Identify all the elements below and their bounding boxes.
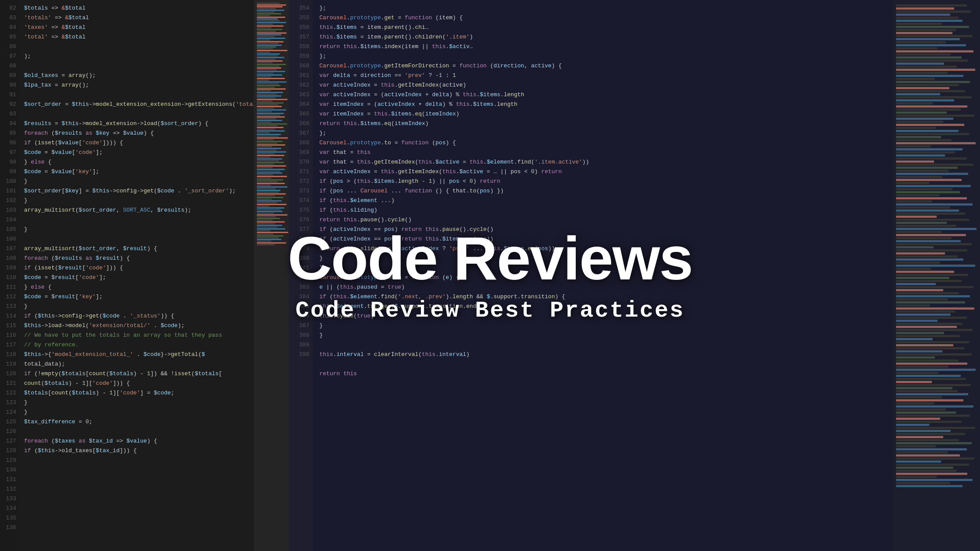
code-line: this.$items = item.parent().children('.i… bbox=[319, 32, 886, 42]
code-line: if (isset($value['code']))) { bbox=[24, 138, 249, 148]
right-code-content: }; Carousel.prototype.get = function (it… bbox=[313, 3, 892, 379]
code-line: } bbox=[319, 331, 886, 340]
code-line: $totals[count($totals) - 1]['code'] = $c… bbox=[24, 388, 249, 398]
code-line: var itemIndex = (activeIndex + delta) % … bbox=[319, 100, 886, 109]
code-line: } bbox=[24, 398, 249, 408]
code-line: var activeIndex = this.getItemIndex(this… bbox=[319, 167, 886, 177]
code-line: array_multisort($sort_order, $result) { bbox=[24, 244, 249, 254]
code-line: $sort_order = $this->model_extension_ext… bbox=[24, 100, 249, 109]
code-line: } bbox=[24, 302, 249, 311]
code-line: if (this.$element.find('.next, .prev').l… bbox=[319, 292, 886, 302]
code-line: ); bbox=[24, 52, 249, 61]
right-code-panel: 354 355 356 357 358 359 360 361 362 363 … bbox=[289, 0, 892, 551]
code-line bbox=[319, 340, 886, 350]
minimap-panel bbox=[254, 0, 289, 551]
right-line-numbers: 354 355 356 357 358 359 360 361 362 363 … bbox=[289, 0, 313, 551]
code-line: var delta = direction == 'prev' ? -1 : 1 bbox=[319, 71, 886, 80]
code-line: return this.$items.index(item || this.$a… bbox=[319, 42, 886, 52]
code-line: $totals => &$total bbox=[24, 3, 249, 13]
code-line: if ($this->config->get($code . '_status'… bbox=[24, 311, 249, 321]
code-line: // by reference. bbox=[24, 340, 249, 350]
code-line: }; bbox=[319, 263, 886, 273]
code-line: foreach ($results as $result) { bbox=[24, 254, 249, 263]
code-line: total_data); bbox=[24, 359, 249, 369]
code-line: Carousel.prototype.getItemForDirection =… bbox=[319, 61, 886, 71]
page-container: 82 83 84 85 86 87 88 89 90 91 92 93 94 9… bbox=[0, 0, 980, 551]
code-line: // We have to put the totals in an array… bbox=[24, 331, 249, 340]
code-line: }; bbox=[319, 52, 886, 61]
code-line bbox=[24, 215, 249, 225]
far-right-content bbox=[892, 0, 980, 551]
code-line: 'totals' => &$total bbox=[24, 13, 249, 23]
code-line: if (activeIndex == pos) return this.paus… bbox=[319, 225, 886, 234]
code-line: var activeIndex = this.getItemIndex(acti… bbox=[319, 80, 886, 90]
code-line: $code = $value['key']; bbox=[24, 167, 249, 177]
left-line-numbers: 82 83 84 85 86 87 88 89 90 91 92 93 94 9… bbox=[0, 0, 20, 551]
code-line: if (this.$element ...) bbox=[319, 196, 886, 206]
code-line bbox=[319, 359, 886, 369]
code-line bbox=[24, 90, 249, 100]
code-line: if (this.sliding) bbox=[319, 206, 886, 215]
code-line: var that = this.getItemIndex(this.$activ… bbox=[319, 157, 886, 167]
code-line: Carousel.prototype.to = function (pos) { bbox=[319, 138, 886, 148]
code-line: if (activeIndex == pos) return this.$ite… bbox=[319, 234, 886, 244]
far-right-panel bbox=[892, 0, 980, 551]
code-line: $results = $this->model_extension->load(… bbox=[24, 119, 249, 129]
code-line: return this bbox=[319, 369, 886, 379]
code-line: return this.pause().cycle() bbox=[319, 215, 886, 225]
code-line bbox=[24, 61, 249, 71]
code-line: Carousel.prototype.get = function (item)… bbox=[319, 13, 886, 23]
code-line bbox=[24, 427, 249, 436]
left-code-content: $totals => &$total 'totals' => &$total '… bbox=[20, 0, 254, 551]
code-line: this.$element.trigger($.support.transiti… bbox=[319, 302, 886, 311]
left-code-panel: 82 83 84 85 86 87 88 89 90 91 92 93 94 9… bbox=[0, 0, 254, 551]
code-line: $this->{'model_extension_total_' . $code… bbox=[24, 350, 249, 359]
code-line: if (isset($result['code'])) { bbox=[24, 263, 249, 273]
code-line: } bbox=[24, 196, 249, 206]
code-line bbox=[24, 234, 249, 244]
code-line: } bbox=[24, 408, 249, 417]
code-line: $code = $value['code']; bbox=[24, 148, 249, 157]
code-line: } bbox=[24, 177, 249, 186]
code-line: $lpa_tax = array(); bbox=[24, 80, 249, 90]
code-line: return this.$items.eq(itemIndex) bbox=[319, 119, 886, 129]
code-line: } bbox=[319, 254, 886, 263]
code-line: } else { bbox=[24, 282, 249, 292]
code-line: 'total' => &$total bbox=[24, 32, 249, 42]
code-line: if ($this->old_taxes[$tax_id])) { bbox=[24, 446, 249, 456]
code-line: this.$items = item.parent().chi… bbox=[319, 23, 886, 32]
code-line: $code = $result['key']; bbox=[24, 292, 249, 302]
code-line: count($totals) - 1]['code'])) { bbox=[24, 379, 249, 388]
code-line: foreach ($results as $key => $value) { bbox=[24, 129, 249, 138]
code-line: } else { bbox=[24, 157, 249, 167]
code-line: Carousel.prototype.pause = function (e) … bbox=[319, 273, 886, 282]
code-line: if (!empty($totals[count($totals) - 1]) … bbox=[24, 369, 249, 379]
code-line: $this->load->model('extension/total/' . … bbox=[24, 321, 249, 331]
code-line: } bbox=[319, 321, 886, 331]
code-line: var that = this bbox=[319, 148, 886, 157]
code-line bbox=[24, 42, 249, 52]
code-line: this.interval = clearInterval(this.inter… bbox=[319, 350, 886, 359]
code-line: } bbox=[24, 225, 249, 234]
code-line: if (pos ... Carousel ... function () { t… bbox=[319, 186, 886, 196]
code-line: foreach ($taxes as $tax_id => $value) { bbox=[24, 436, 249, 446]
code-line: if (pos > (this.$items.length - 1) || po… bbox=[319, 177, 886, 186]
code-line: $sort_order[$key] = $this->config->get($… bbox=[24, 186, 249, 196]
code-line bbox=[24, 109, 249, 119]
code-line: return this.slide(pos > activeIndex ? 'p… bbox=[319, 244, 886, 254]
code-line: $code = $result['code']; bbox=[24, 273, 249, 282]
code-line: e || (this.paused = true) bbox=[319, 282, 886, 292]
code-line: }; bbox=[319, 129, 886, 138]
code-line: this.cycle(true) bbox=[319, 311, 886, 321]
code-line: array_multisort($sort_order, SORT_ASC, $… bbox=[24, 206, 249, 215]
code-line: }; bbox=[319, 3, 886, 13]
code-line: var activeIndex = (activeIndex + delta) … bbox=[319, 90, 886, 100]
code-line: $tax_difference = 0; bbox=[24, 417, 249, 427]
code-line: var itemIndex = this.$items.eq(itemIndex… bbox=[319, 109, 886, 119]
code-line: $old_taxes = array(); bbox=[24, 71, 249, 80]
code-line: 'taxes' => &$total bbox=[24, 23, 249, 32]
